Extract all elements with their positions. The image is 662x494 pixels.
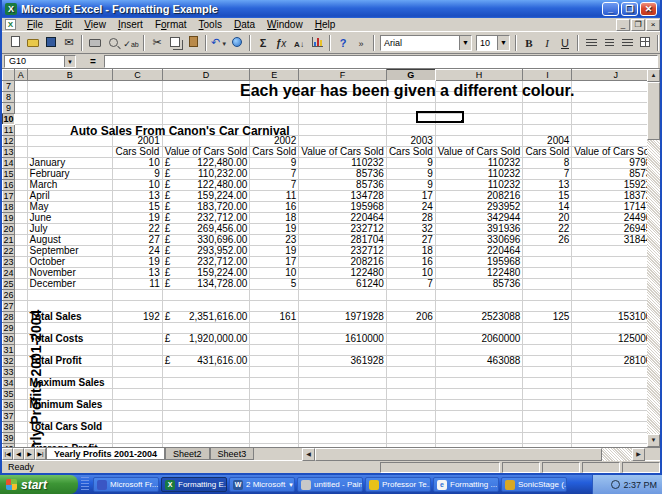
cell-E36[interactable] bbox=[250, 400, 299, 411]
row-header-11[interactable]: 11 bbox=[3, 125, 15, 136]
row-header-17[interactable]: 17 bbox=[3, 191, 15, 202]
cell-G12[interactable]: 2003 bbox=[386, 136, 435, 147]
prev-sheet-icon[interactable]: ◀ bbox=[13, 448, 24, 460]
cell-D23[interactable]: £232,712.00 bbox=[162, 257, 250, 268]
scroll-up-icon[interactable]: ▲ bbox=[647, 69, 660, 82]
cell-H24[interactable]: 122480 bbox=[435, 268, 523, 279]
cell-G30[interactable] bbox=[386, 334, 435, 345]
row-header-26[interactable]: 26 bbox=[3, 290, 15, 301]
font-size-combo[interactable]: 10▼ bbox=[476, 35, 510, 51]
row-header-8[interactable]: 8 bbox=[3, 92, 15, 103]
cell-E29[interactable] bbox=[250, 323, 299, 334]
name-box-dropdown-icon[interactable]: ▼ bbox=[64, 56, 75, 67]
col-header-E[interactable]: E bbox=[250, 70, 299, 81]
cell-G19[interactable]: 28 bbox=[386, 213, 435, 224]
more-buttons-button[interactable]: » bbox=[352, 34, 370, 52]
cell-E23[interactable]: 17 bbox=[250, 257, 299, 268]
cell-H21[interactable]: 330696 bbox=[435, 235, 523, 246]
row-header-34[interactable]: 34 bbox=[3, 378, 15, 389]
cell-E24[interactable]: 10 bbox=[250, 268, 299, 279]
row-header-12[interactable]: 12 bbox=[3, 136, 15, 147]
cell-G32[interactable] bbox=[386, 356, 435, 367]
scroll-down-icon[interactable]: ▼ bbox=[647, 434, 660, 447]
cell-G23[interactable]: 16 bbox=[386, 257, 435, 268]
cell-A25[interactable] bbox=[14, 279, 27, 290]
cell-C37[interactable] bbox=[113, 411, 163, 422]
cell-E31[interactable] bbox=[250, 345, 299, 356]
cell-A37[interactable] bbox=[14, 411, 27, 422]
cell-D35[interactable] bbox=[162, 389, 250, 400]
cell-D14[interactable]: £122,480.00 bbox=[162, 158, 250, 169]
bold-button[interactable]: B bbox=[520, 34, 538, 52]
last-sheet-icon[interactable]: ▶| bbox=[35, 448, 46, 460]
cell-I29[interactable] bbox=[523, 323, 572, 334]
cell-A35[interactable] bbox=[14, 389, 27, 400]
cell-F10[interactable] bbox=[299, 114, 387, 125]
cell-E35[interactable] bbox=[250, 389, 299, 400]
cell-A19[interactable] bbox=[14, 213, 27, 224]
cell-H38[interactable] bbox=[435, 422, 523, 433]
cell-G17[interactable]: 17 bbox=[386, 191, 435, 202]
cell-G16[interactable]: 9 bbox=[386, 180, 435, 191]
cell-F30[interactable]: 1610000 bbox=[299, 334, 387, 345]
cell-B18[interactable]: May bbox=[27, 202, 113, 213]
taskbar-excel-button[interactable]: XFormatting E... bbox=[161, 477, 227, 492]
cell-F37[interactable] bbox=[299, 411, 387, 422]
align-right-button[interactable] bbox=[618, 34, 636, 52]
cell-A13[interactable] bbox=[14, 147, 27, 158]
cell-C13[interactable]: Cars Sold bbox=[113, 147, 163, 158]
cell-F16[interactable]: 85736 bbox=[299, 180, 387, 191]
row-header-16[interactable]: 16 bbox=[3, 180, 15, 191]
cell-C7[interactable] bbox=[113, 81, 163, 92]
cell-F26[interactable] bbox=[299, 290, 387, 301]
menu-file[interactable]: File bbox=[21, 18, 49, 31]
cell-E18[interactable]: 16 bbox=[250, 202, 299, 213]
italic-button[interactable]: I bbox=[538, 34, 556, 52]
row-header-19[interactable]: 19 bbox=[3, 213, 15, 224]
cell-D24[interactable]: £159,224.00 bbox=[162, 268, 250, 279]
col-header-C[interactable]: C bbox=[113, 70, 163, 81]
cell-I10[interactable] bbox=[523, 114, 572, 125]
cell-E14[interactable]: 9 bbox=[250, 158, 299, 169]
cell-D17[interactable]: £159,224.00 bbox=[162, 191, 250, 202]
cell-H15[interactable]: 110232 bbox=[435, 169, 523, 180]
cell-C35[interactable] bbox=[113, 389, 163, 400]
cell-C36[interactable] bbox=[113, 400, 163, 411]
cell-I32[interactable] bbox=[523, 356, 572, 367]
cell-C38[interactable] bbox=[113, 422, 163, 433]
row-header-38[interactable]: 38 bbox=[3, 422, 15, 433]
cell-F17[interactable]: 134728 bbox=[299, 191, 387, 202]
cell-E9[interactable] bbox=[250, 103, 299, 114]
cell-F14[interactable]: 110232 bbox=[299, 158, 387, 169]
cell-F12[interactable] bbox=[299, 136, 387, 147]
cell-H33[interactable] bbox=[435, 367, 523, 378]
restore-button[interactable]: ❐ bbox=[621, 2, 638, 16]
cell-I20[interactable]: 22 bbox=[523, 224, 572, 235]
cell-G37[interactable] bbox=[386, 411, 435, 422]
cell-C28[interactable]: 192 bbox=[113, 312, 163, 323]
cell-D32[interactable]: £431,616.00 bbox=[162, 356, 250, 367]
cell-G36[interactable] bbox=[386, 400, 435, 411]
cell-D20[interactable]: £269,456.00 bbox=[162, 224, 250, 235]
cell-D29[interactable] bbox=[162, 323, 250, 334]
cell-A36[interactable] bbox=[14, 400, 27, 411]
paste-button[interactable] bbox=[184, 34, 202, 52]
cell-C14[interactable]: 10 bbox=[113, 158, 163, 169]
cell-C21[interactable]: 27 bbox=[113, 235, 163, 246]
cell-F33[interactable] bbox=[299, 367, 387, 378]
formula-input[interactable] bbox=[104, 55, 658, 68]
print-preview-button[interactable] bbox=[104, 34, 122, 52]
horizontal-scrollbar[interactable]: ◀ ▶ bbox=[302, 448, 645, 461]
cell-A32[interactable] bbox=[14, 356, 27, 367]
cell-D22[interactable]: £293,952.00 bbox=[162, 246, 250, 257]
cell-F25[interactable]: 61240 bbox=[299, 279, 387, 290]
tab-yearly-profits[interactable]: Yearly Profits 2001-2004 bbox=[46, 448, 165, 460]
cell-E39[interactable] bbox=[250, 433, 299, 444]
cell-A15[interactable] bbox=[14, 169, 27, 180]
col-header-G[interactable]: G bbox=[386, 70, 435, 81]
cell-E19[interactable]: 18 bbox=[250, 213, 299, 224]
menu-help[interactable]: Help bbox=[309, 18, 342, 31]
cell-E15[interactable]: 7 bbox=[250, 169, 299, 180]
cell-A14[interactable] bbox=[14, 158, 27, 169]
cell-G35[interactable] bbox=[386, 389, 435, 400]
